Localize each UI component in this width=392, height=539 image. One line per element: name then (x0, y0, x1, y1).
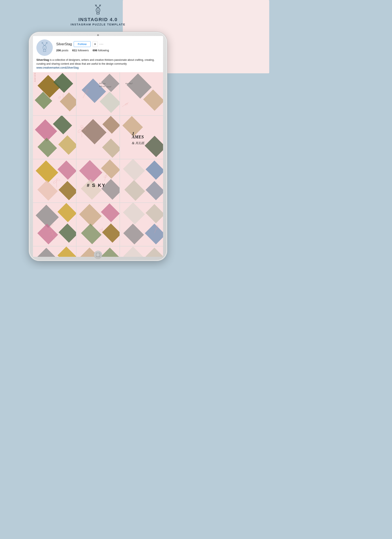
grid-item-r3c2: # S KY (76, 159, 119, 202)
svg-line-7 (99, 5, 100, 5)
dropdown-button[interactable]: ▾ (92, 41, 98, 47)
svg-text:#ADVENTURES: #ADVENTURES (34, 72, 36, 82)
bio-link[interactable]: www.creativemarket.com&SilverStag (36, 66, 79, 69)
tablet-screen: SilverStag Follow ▾ ··· 206 posts 611 fo… (33, 36, 163, 257)
svg-line-2 (95, 5, 96, 6)
svg-text:& JULIE: & JULIE (132, 141, 145, 145)
svg-text:this July?: this July? (125, 82, 133, 85)
tablet-frame: SilverStag Follow ▾ ··· 206 posts 611 fo… (29, 32, 167, 261)
grid-item-r3c1 (33, 159, 76, 202)
svg-point-27 (44, 48, 45, 49)
svg-point-25 (44, 47, 44, 48)
stats-row: 206 posts 611 followers 696 following (56, 49, 160, 52)
grid-item-r1c1: #ADVENTURES (33, 72, 76, 115)
svg-point-10 (98, 10, 99, 10)
tablet-home-button[interactable] (94, 251, 102, 259)
profile-info: SilverStag Follow ▾ ··· 206 posts 611 fo… (56, 41, 160, 54)
username-row: SilverStag Follow ▾ ··· (56, 41, 160, 47)
grid-item-r1c3: this July? (120, 72, 163, 115)
svg-text:# S  KY: # S KY (87, 183, 106, 188)
svg-line-28 (43, 50, 43, 52)
instagram-profile-header: SilverStag Follow ▾ ··· 206 posts 611 fo… (33, 36, 163, 72)
grid-item-r4c3 (120, 203, 163, 246)
profile-top-row: SilverStag Follow ▾ ··· 206 posts 611 fo… (36, 39, 160, 56)
grid-item-r5c1 (33, 246, 76, 257)
svg-text:with me: with me (99, 85, 105, 87)
username-text: SilverStag (56, 42, 72, 46)
grid-item-r4c2 (76, 203, 119, 246)
tablet-device: SilverStag Follow ▾ ··· 206 posts 611 fo… (29, 32, 167, 261)
grid-item-r1c2: Will you travel with me (76, 72, 119, 115)
svg-point-8 (96, 8, 100, 13)
grid-item-r2c2 (76, 116, 119, 159)
svg-line-29 (46, 50, 46, 52)
svg-line-3 (96, 5, 97, 5)
app-subtitle: INSTAGRAM PUZZLE TEMPLATE (71, 23, 126, 26)
posts-stat: 206 posts (56, 49, 68, 52)
grid-item-r2c3: AMES J & JULIE (120, 116, 163, 159)
svg-point-26 (45, 47, 45, 48)
grid-item-r2c1 (33, 116, 76, 159)
followers-stat: 611 followers (72, 49, 89, 52)
grid-item-r5c3 (120, 246, 163, 257)
grid-item-r4c1 (33, 203, 76, 246)
avatar-deer-icon (36, 39, 53, 56)
more-options-button[interactable]: ··· (99, 42, 104, 46)
svg-text:J: J (132, 131, 134, 136)
following-stat: 696 following (93, 49, 109, 52)
deer-logo-icon (93, 4, 103, 15)
svg-point-11 (97, 10, 99, 11)
app-title: INSTAGRID 4.0 (78, 17, 118, 22)
profile-bio: SilverStag is a collective of designers,… (36, 58, 160, 70)
profile-avatar (36, 39, 53, 56)
instagram-grid: #ADVENTURES (33, 72, 163, 257)
grid-item-r3c3 (120, 159, 163, 202)
tablet-camera (97, 34, 99, 36)
svg-text:Will you: Will you (99, 82, 105, 85)
svg-line-6 (100, 5, 101, 6)
svg-line-13 (99, 12, 99, 14)
svg-point-15 (36, 39, 53, 56)
svg-line-12 (97, 12, 97, 14)
follow-button[interactable]: Follow (74, 41, 91, 47)
header-section: INSTAGRID 4.0 INSTAGRAM PUZZLE TEMPLATE (0, 0, 196, 26)
svg-text:travel: travel (107, 86, 111, 88)
svg-point-9 (97, 10, 98, 10)
